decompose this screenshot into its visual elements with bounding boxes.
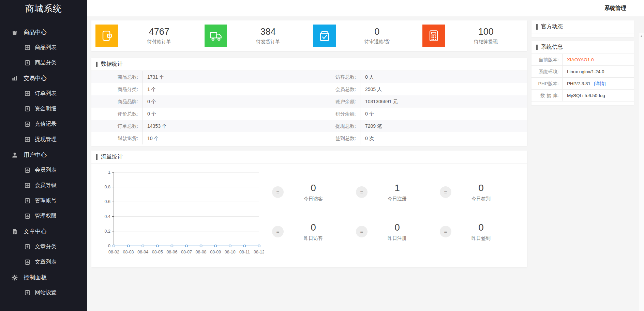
metric-icon: =: [440, 186, 451, 198]
wallet-icon: [95, 25, 118, 47]
stat-row-label: 商品品牌:: [91, 95, 143, 108]
stat-card-pending-payment[interactable]: 4767 待付款订单: [91, 20, 200, 51]
sidebar-item-label: 会员等级: [35, 182, 57, 189]
stat-card-pending-shipment[interactable]: 384 待发货订单: [200, 20, 310, 51]
metric-value: 0: [368, 222, 427, 233]
metric-icon: =: [440, 226, 451, 237]
svg-text:08-06: 08-06: [166, 250, 177, 254]
metric-label: 今日签到: [451, 196, 511, 202]
scrollbar-up-arrow[interactable]: ▲: [639, 33, 644, 38]
metric-label: 昨日访客: [284, 235, 343, 242]
panel-title: 系统信息: [541, 44, 563, 51]
bag-icon: [11, 29, 18, 36]
svg-text:08-07: 08-07: [181, 250, 192, 254]
accent-bar: [536, 24, 538, 30]
stat-row-value: 14353 个: [143, 120, 167, 132]
sidebar-item-admin-accounts[interactable]: 管理帐号: [0, 193, 87, 208]
data-row: 评价总数:0 个 积分余额:0 个: [91, 108, 527, 120]
sidebar-item-member-list[interactable]: 会员列表: [0, 162, 87, 178]
sidebar-group-goods-center[interactable]: 商品中心: [0, 25, 87, 40]
stat-row-value: 0 次: [360, 132, 374, 144]
database-value: MySQLi 5.6.50-log: [563, 90, 605, 101]
stat-row-value: 0 人: [360, 71, 374, 83]
clipboard-pulse-icon: [25, 121, 30, 127]
panel-header: 系统信息: [531, 41, 634, 54]
metric-today-visitors: = 0今日访客: [272, 183, 353, 202]
sidebar-item-fund-detail[interactable]: 资金明细: [0, 101, 87, 116]
sidebar-item-article-category[interactable]: 文章分类: [0, 239, 87, 254]
metric-label: 今日注册: [368, 196, 427, 202]
php-version-value: PHP/7.3.31: [563, 78, 590, 89]
sidebar-group-user-center[interactable]: 用户中心: [0, 147, 87, 162]
sidebar-item-site-settings[interactable]: 网站设置: [0, 285, 87, 300]
clipboard-pulse-icon: [25, 244, 30, 250]
official-news-panel: 官方动态: [531, 20, 634, 37]
clipboard-pulse-icon: [25, 213, 30, 219]
system-manage-menu[interactable]: 系统管理: [604, 0, 626, 16]
stat-row-value: 0 个: [360, 108, 374, 120]
sidebar-group-label: 文章中心: [24, 228, 47, 235]
sidebar-item-member-level[interactable]: 会员等级: [0, 178, 87, 193]
clipboard-pulse-icon: [25, 45, 30, 50]
stat-row-label: 访客总数:: [309, 71, 360, 83]
sidebar-item-label: 会员列表: [35, 167, 57, 174]
svg-text:0: 0: [108, 244, 110, 248]
stat-label: 待结算提现: [445, 39, 527, 45]
stat-row-value: 0 个: [143, 108, 156, 120]
panel-header: 流量统计: [91, 151, 527, 164]
sidebar-item-order-list[interactable]: 订单列表: [0, 86, 87, 101]
system-info-row: 数 据 库: MySQLi 5.6.50-log: [531, 90, 634, 102]
data-row: 退款退货:10 个 签到总数:0 次: [91, 132, 527, 144]
sidebar-item-label: 管理权限: [35, 213, 57, 220]
svg-text:1: 1: [108, 170, 110, 175]
sidebar-group-trade-center[interactable]: 交易中心: [0, 71, 87, 86]
svg-text:08-09: 08-09: [210, 250, 221, 254]
stat-row-label: 签到总数:: [309, 132, 360, 144]
clipboard-pulse-icon: [25, 167, 30, 173]
panel-title: 官方动态: [541, 23, 563, 30]
stat-row-label: 退款退货:: [91, 132, 143, 144]
stat-row-label: 评价总数:: [91, 108, 143, 120]
stat-card-pending-settlement[interactable]: 100 待结算提现: [418, 20, 527, 51]
stat-row-value: 0 个: [143, 95, 156, 108]
svg-text:0.8: 0.8: [105, 185, 110, 189]
sidebar-item-withdraw-manage[interactable]: 提现管理: [0, 132, 87, 147]
top-header: 系统管理: [87, 0, 644, 16]
svg-text:08-05: 08-05: [152, 250, 163, 254]
scrollbar-track[interactable]: ▲: [639, 33, 644, 311]
svg-text:08-08: 08-08: [196, 250, 207, 254]
sidebar-item-admin-permissions[interactable]: 管理权限: [0, 208, 87, 224]
stat-value: 100: [445, 27, 527, 37]
sidebar-item-recharge-records[interactable]: 充值记录: [0, 116, 87, 132]
sidebar-group-control-panel[interactable]: 控制面板: [0, 270, 87, 285]
sidebar-item-goods-category[interactable]: 商品分类: [0, 55, 87, 71]
clipboard-pulse-icon: [25, 259, 30, 265]
metric-value: 0: [451, 222, 511, 233]
system-info-row: PHP版本: PHP/7.3.31 [详情]: [531, 78, 634, 90]
sidebar-item-label: 订单列表: [35, 90, 57, 97]
stat-row-label: 订单总数:: [91, 120, 143, 132]
php-detail-link[interactable]: [详情]: [594, 78, 606, 89]
system-info-label: 系统环境:: [531, 66, 563, 77]
accent-bar: [536, 45, 538, 50]
stat-card-pending-refund[interactable]: 0 待审退款/货: [309, 20, 418, 51]
sidebar-group-article-center[interactable]: 文章中心: [0, 224, 87, 239]
calculator-icon: [422, 25, 445, 47]
system-info-row: 当前版本: XIAOYAO1.0: [531, 54, 634, 66]
clipboard-pulse-icon: [25, 137, 30, 142]
stat-meta: 100 待结算提现: [445, 27, 527, 45]
sidebar-item-goods-list[interactable]: 商品列表: [0, 40, 87, 55]
stat-meta: 384 待发货订单: [227, 27, 310, 45]
svg-text:0.6: 0.6: [105, 199, 110, 204]
svg-text:08-10: 08-10: [225, 250, 236, 254]
sidebar-item-article-list[interactable]: 文章列表: [0, 254, 87, 270]
gear-icon: [11, 274, 18, 281]
stat-label: 待审退款/货: [336, 39, 418, 45]
svg-text:0.2: 0.2: [105, 229, 110, 234]
system-info-panel: 系统信息 当前版本: XIAOYAO1.0 系统环境: Linux nginx/…: [531, 41, 634, 105]
metric-value: 0: [451, 183, 511, 193]
sidebar-item-label: 提现管理: [35, 136, 57, 143]
clipboard-pulse-icon: [25, 91, 30, 96]
stat-row-label: 商品总数:: [91, 71, 143, 83]
sidebar-item-label: 文章列表: [35, 259, 57, 266]
